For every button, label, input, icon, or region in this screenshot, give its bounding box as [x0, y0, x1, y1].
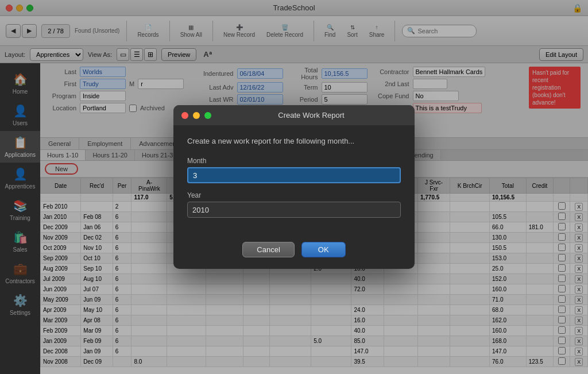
cancel-button[interactable]: Cancel: [242, 242, 294, 257]
dialog-overlay: Create Work Report Create a new work rep…: [0, 0, 588, 374]
dialog-title: Create Work Report: [216, 111, 407, 119]
create-work-report-dialog: Create Work Report Create a new work rep…: [173, 105, 415, 269]
dialog-titlebar: Create Work Report: [173, 105, 415, 125]
year-input[interactable]: [187, 202, 401, 218]
month-field-group: Month: [187, 157, 401, 183]
month-input[interactable]: [187, 167, 401, 183]
month-label: Month: [187, 157, 401, 165]
year-label: Year: [187, 191, 401, 199]
ok-button[interactable]: OK: [301, 242, 346, 257]
dialog-min-button[interactable]: [193, 112, 200, 119]
year-field-group: Year: [187, 191, 401, 218]
dialog-body: Create a new work report for the followi…: [173, 125, 415, 237]
dialog-close-button[interactable]: [181, 112, 188, 119]
dialog-actions: Cancel OK: [173, 237, 415, 269]
dialog-max-button[interactable]: [204, 112, 211, 119]
dialog-description: Create a new work report for the followi…: [187, 137, 401, 145]
